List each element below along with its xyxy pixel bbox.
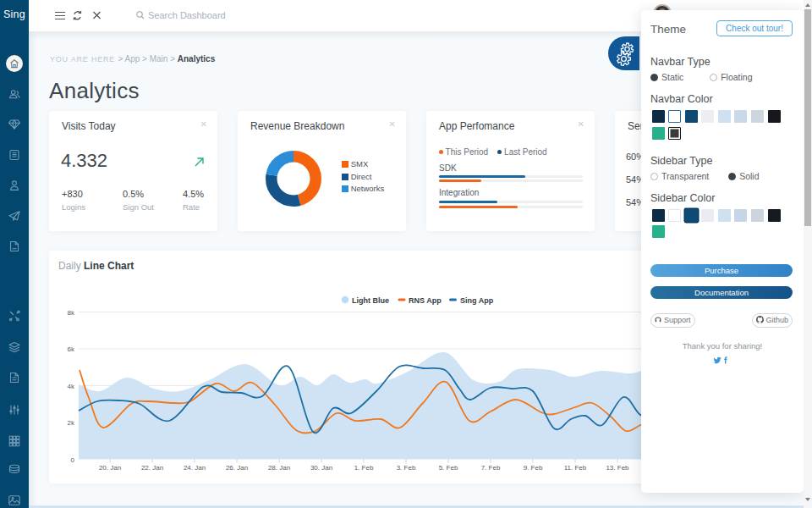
svg-text:1. Feb: 1. Feb [354,464,374,472]
svg-text:5. Feb: 5. Feb [439,464,458,472]
svg-text:Sing App: Sing App [460,296,494,305]
svg-text:28. Jan: 28. Jan [268,464,290,472]
svg-text:30. Jan: 30. Jan [310,464,332,472]
svg-text:8k: 8k [68,309,75,317]
svg-text:9. Feb: 9. Feb [524,464,543,472]
svg-text:20. Jan: 20. Jan [99,464,121,472]
svg-text:Daily Line Chart: Daily Line Chart [58,260,134,272]
svg-text:2k: 2k [68,419,75,427]
svg-text:4k: 4k [68,383,75,390]
svg-text:Light Blue: Light Blue [352,296,389,305]
svg-text:11. Feb: 11. Feb [564,464,587,472]
svg-text:6k: 6k [68,345,75,353]
svg-text:26. Jan: 26. Jan [226,464,248,472]
svg-text:3. Feb: 3. Feb [397,464,416,472]
svg-text:7. Feb: 7. Feb [481,464,501,472]
svg-text:0: 0 [71,456,75,464]
svg-text:22. Jan: 22. Jan [141,464,163,472]
svg-text:24. Jan: 24. Jan [184,464,206,472]
svg-text:13. Feb: 13. Feb [606,464,629,472]
svg-text:RNS App: RNS App [409,296,442,305]
